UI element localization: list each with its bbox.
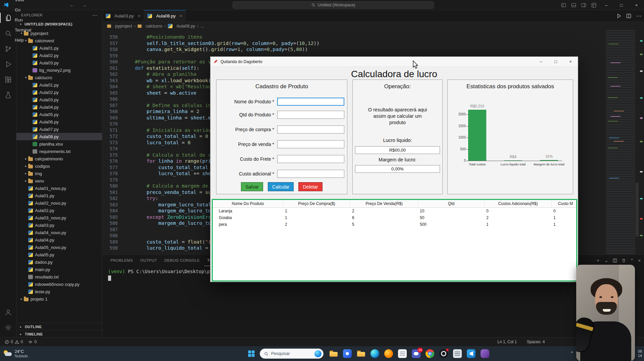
split-editor-icon[interactable] — [626, 13, 631, 18]
tree-item-roboweb5novo-copy-py[interactable]: roboweb5novo copy.py — [16, 280, 102, 288]
tray-chevron-icon[interactable]: ^ — [571, 350, 573, 355]
close-panel-icon[interactable]: × — [638, 258, 641, 263]
tree-item-aula02-py[interactable]: Aula02.py — [16, 89, 102, 96]
table-row-laranja[interactable]: Laranja121000 — [213, 208, 576, 214]
tree-item-aula01-py[interactable]: Aula01.py — [16, 192, 102, 199]
breadcrumb-item-calclucro[interactable]: calclucro — [146, 24, 162, 29]
column-header-pre-o-de-venda-r[interactable]: Preço De Venda(R$) — [350, 200, 418, 207]
ports-status[interactable]: 0 — [26, 338, 39, 346]
tree-item-aula05-novo-py[interactable]: Aula05_novo.py — [16, 244, 102, 251]
notepad-icon[interactable] — [398, 349, 407, 358]
tree-item-resultado-txt[interactable]: resultado.txt — [16, 273, 102, 280]
app-close-button[interactable]: × — [563, 57, 578, 67]
text-editor-icon[interactable] — [453, 349, 462, 358]
tree-item-aula04-py[interactable]: Aula04.py — [16, 103, 102, 111]
tree-item-aula02-novo-py[interactable]: Aula02_novo.py — [16, 199, 102, 207]
tree-item-aula06-py[interactable]: Aula06.py — [16, 118, 102, 125]
tree-item-calclucro[interactable]: ▾calclucro — [16, 74, 102, 81]
tree-item-calcpatrimonio[interactable]: ▸calcpatrimonio — [16, 155, 102, 162]
editor-scrollbar[interactable] — [636, 183, 639, 236]
tree-item-aula03-py[interactable]: Aula03.py — [16, 221, 102, 229]
app-window-titlebar[interactable]: Quitanda do Dagoberto – □ × — [210, 57, 578, 67]
tab-aula03-py[interactable]: Aula03.py× — [102, 10, 144, 21]
button-calcular[interactable]: Calcular — [268, 182, 294, 191]
button-deletar[interactable]: Deletar — [298, 182, 322, 191]
edge-icon[interactable] — [370, 349, 379, 358]
button-salvar[interactable]: Salvar — [241, 182, 263, 191]
start-button[interactable] — [247, 349, 256, 358]
column-header-custo-m[interactable]: Custo M — [552, 200, 577, 207]
breadcrumb-item-aula08-py[interactable]: Aula08.py — [177, 24, 195, 29]
minimap[interactable] — [606, 30, 635, 254]
input-nome-do-produto[interactable] — [277, 98, 344, 106]
terminal-dropdown-icon[interactable]: ⌄ — [605, 258, 608, 263]
input-pre-o-de-venda[interactable] — [277, 140, 344, 148]
panel-tab-debug-console[interactable]: DEBUG CONSOLE — [162, 255, 203, 266]
weather-widget[interactable]: 24°C Nublado — [3, 346, 28, 361]
problems-status[interactable]: 0 0 — [2, 338, 26, 346]
tree-item-aula05-py[interactable]: Aula05.py — [16, 251, 102, 258]
breadcrumb-item-pyproject[interactable]: pyproject — [115, 24, 132, 29]
menu-go[interactable]: Go — [12, 5, 36, 15]
tree-item-aula01-py[interactable]: Aula01.py — [16, 81, 102, 89]
minimize-button[interactable]: – — [599, 0, 614, 10]
column-header-nome-do-produto[interactable]: Nome Do Produto — [213, 200, 283, 207]
tree-item-aula01-novo-py[interactable]: Aula01_novo.py — [16, 185, 102, 192]
panel-tab-problems[interactable]: PROBLEMS — [108, 255, 136, 266]
close-tab-icon[interactable]: × — [138, 13, 141, 18]
tree-item-codigos[interactable]: ▸codigos — [16, 162, 102, 170]
workspace-search[interactable]: Untitled (Workspace) — [233, 1, 434, 9]
tree-item-teste-py[interactable]: teste.py — [16, 288, 102, 295]
table-row-goiaba[interactable]: Goiaba165021 — [213, 214, 576, 221]
more-actions-icon[interactable]: ⋯ — [636, 13, 641, 19]
tree-item-aula08-py[interactable]: Aula08.py — [16, 133, 102, 140]
tree-item-projeto-1[interactable]: ▸projeto 1 — [16, 295, 102, 303]
toggle-panel-icon[interactable] — [568, 0, 579, 10]
menu-terminal[interactable]: Terminal — [12, 25, 36, 35]
tree-item-aula03-py[interactable]: Aula03.py — [16, 96, 102, 103]
vscode-icon[interactable] — [467, 349, 476, 358]
obs-icon[interactable] — [439, 349, 448, 358]
column-header-pre-o-de-compra[interactable]: Preço De Compra($) — [283, 200, 350, 207]
menu-help[interactable]: Help — [12, 35, 36, 45]
toggle-sidebar-icon[interactable] — [558, 0, 568, 10]
forward-arrow-icon[interactable]: → — [82, 2, 87, 8]
tree-item-venv[interactable]: ▸venv — [16, 177, 102, 185]
run-python-file-icon[interactable] — [616, 13, 622, 18]
column-header-qtd[interactable]: Qtd — [418, 200, 485, 207]
kill-terminal-icon[interactable] — [622, 258, 626, 263]
new-terminal-icon[interactable]: ＋ — [596, 257, 600, 263]
toggle-secondary-sidebar-icon[interactable] — [579, 0, 589, 10]
tree-item-aula02-py[interactable]: Aula02.py — [16, 207, 102, 214]
column-header-custos-adicionais-r[interactable]: Custos Adicionais(R$) — [485, 200, 552, 207]
settings-gear-icon[interactable] — [0, 320, 16, 335]
visual-studio-icon[interactable] — [481, 349, 489, 358]
tree-item-aula04-novo-py[interactable]: Aula04_novo.py — [16, 229, 102, 236]
tree-item-aula05-py[interactable]: Aula05.py — [16, 111, 102, 118]
menu-run[interactable]: Run — [12, 15, 36, 25]
back-arrow-icon[interactable]: ← — [69, 2, 74, 8]
indentation[interactable]: Spaces: 4 — [527, 340, 545, 344]
maximize-panel-icon[interactable]: ⌃ — [630, 258, 634, 263]
tree-item-bg-money2-png[interactable]: bg_money2.png — [16, 66, 102, 74]
media-app-icon[interactable] — [343, 349, 352, 358]
input-custo-adicional[interactable] — [277, 170, 344, 178]
tab-aula08-py[interactable]: Aula08.py× — [144, 10, 186, 21]
cursor-position[interactable]: Ln 1, Col 1 — [497, 340, 517, 344]
tree-item-aula04-py[interactable]: Aula04.py — [16, 236, 102, 244]
tree-item-aula03-novo-py[interactable]: Aula03_novo.py — [16, 214, 102, 221]
tree-item-img[interactable]: ▸img — [16, 170, 102, 177]
tree-item-aula01-py[interactable]: Aula01.py — [16, 44, 102, 52]
customize-layout-icon[interactable] — [589, 0, 599, 10]
tree-item-requirements-txt[interactable]: requirements.txt — [16, 148, 102, 155]
table-row-pera[interactable]: pera2550011 — [213, 221, 576, 228]
explorer-more-actions-icon[interactable]: ⋯ — [93, 12, 98, 18]
timeline-section[interactable]: ▸ TIMELINE — [16, 330, 102, 337]
input-custo-do-frete[interactable] — [277, 155, 344, 163]
folder-icon[interactable] — [357, 349, 365, 358]
tree-item-aula03-py[interactable]: Aula03.py — [16, 59, 102, 66]
menu-view[interactable]: View — [12, 0, 36, 5]
extensions-icon[interactable] — [0, 72, 16, 87]
panel-tab-output[interactable]: OUTPUT — [138, 255, 160, 266]
app-minimize-button[interactable]: – — [534, 57, 548, 67]
